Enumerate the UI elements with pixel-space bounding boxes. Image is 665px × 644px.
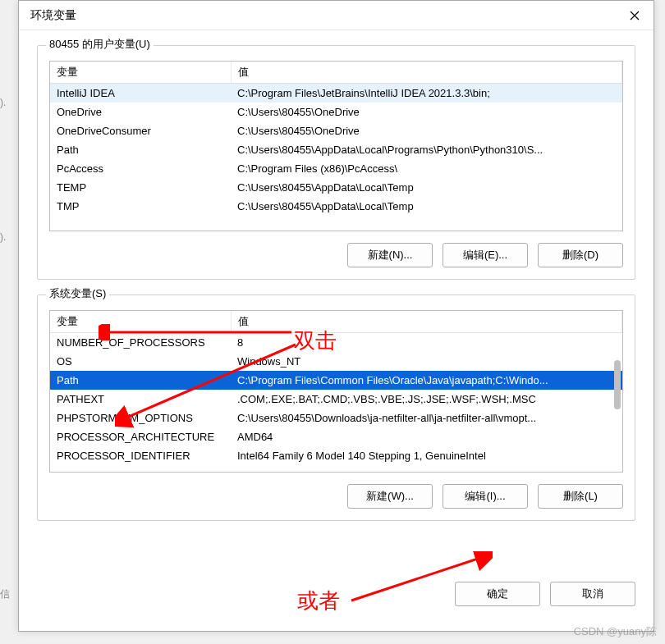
- dialog-title: 环境变量: [30, 8, 76, 23]
- sys-vars-table[interactable]: 变量 值 NUMBER_OF_PROCESSORS8 OSWindows_NT …: [49, 310, 623, 473]
- cancel-button[interactable]: 取消: [550, 582, 635, 606]
- user-new-button[interactable]: 新建(N)...: [347, 243, 433, 267]
- sys-vars-group: 系统变量(S) 变量 值 NUMBER_OF_PROCESSORS8 OSWin…: [37, 295, 635, 521]
- table-row[interactable]: OSWindows_NT: [50, 352, 622, 371]
- sys-new-button[interactable]: 新建(W)...: [347, 484, 433, 509]
- env-vars-dialog: 环境变量 80455 的用户变量(U) 变量 值: [18, 0, 654, 632]
- col-header-val[interactable]: 值: [231, 311, 622, 333]
- col-header-var[interactable]: 变量: [50, 62, 231, 84]
- ok-button[interactable]: 确定: [455, 582, 540, 606]
- col-header-var[interactable]: 变量: [50, 311, 231, 333]
- sys-delete-button[interactable]: 删除(L): [538, 484, 623, 509]
- user-vars-table[interactable]: 变量 值 IntelliJ IDEAC:\Program Files\JetBr…: [49, 61, 623, 231]
- table-row[interactable]: TMPC:\Users\80455\AppData\Local\Temp: [50, 197, 622, 216]
- table-row[interactable]: PathC:\Users\80455\AppData\Local\Program…: [50, 140, 622, 159]
- watermark: CSDN @yuany陈: [574, 624, 657, 639]
- user-vars-label: 80455 的用户变量(U): [46, 37, 154, 52]
- close-icon: [630, 11, 640, 21]
- titlebar: 环境变量: [19, 1, 654, 30]
- table-row[interactable]: IntelliJ IDEAC:\Program Files\JetBrains\…: [50, 84, 622, 103]
- table-row[interactable]: OneDriveC:\Users\80455\OneDrive: [50, 103, 622, 121]
- table-row-selected[interactable]: PathC:\Program Files\Common Files\Oracle…: [50, 371, 622, 390]
- sys-vars-label: 系统变量(S): [46, 286, 109, 301]
- table-row[interactable]: NUMBER_OF_PROCESSORS8: [50, 333, 622, 352]
- table-row[interactable]: PROCESSOR_IDENTIFIERIntel64 Family 6 Mod…: [50, 446, 622, 465]
- user-delete-button[interactable]: 删除(D): [538, 243, 623, 267]
- col-header-val[interactable]: 值: [231, 62, 622, 84]
- table-row[interactable]: PHPSTORM_VM_OPTIONSC:\Users\80455\Downlo…: [50, 409, 622, 427]
- table-row[interactable]: OneDriveConsumerC:\Users\80455\OneDrive: [50, 121, 622, 140]
- scrollbar-thumb[interactable]: [614, 360, 621, 409]
- table-row[interactable]: TEMPC:\Users\80455\AppData\Local\Temp: [50, 178, 622, 197]
- sys-edit-button[interactable]: 编辑(I)...: [443, 484, 528, 509]
- user-vars-group: 80455 的用户变量(U) 变量 值 IntelliJ IDEAC:\Prog…: [37, 45, 635, 280]
- table-row[interactable]: PROCESSOR_ARCHITECTUREAMD64: [50, 427, 622, 446]
- table-row[interactable]: PATHEXT.COM;.EXE;.BAT;.CMD;.VBS;.VBE;.JS…: [50, 390, 622, 409]
- close-button[interactable]: [616, 1, 654, 30]
- user-edit-button[interactable]: 编辑(E)...: [443, 243, 528, 267]
- table-row[interactable]: PcAccessC:\Program Files (x86)\PcAccess\: [50, 159, 622, 178]
